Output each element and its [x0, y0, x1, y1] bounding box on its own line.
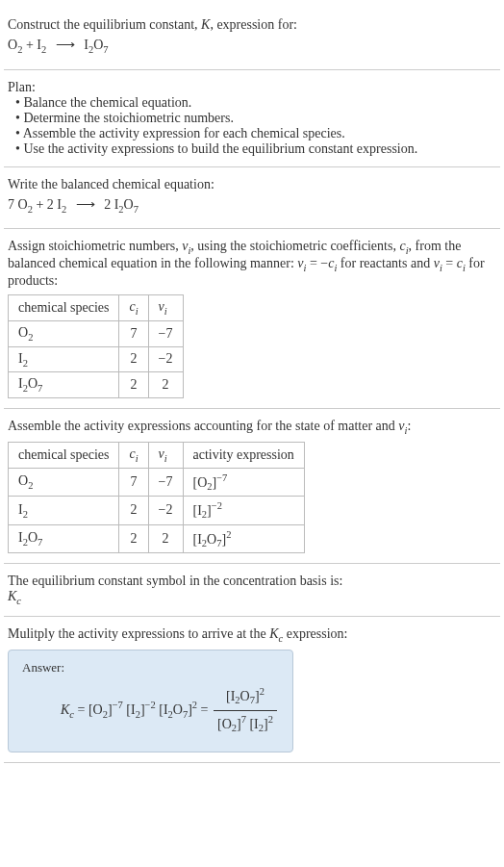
equals: = — [197, 702, 212, 717]
cell-species: I2O7 — [9, 372, 119, 398]
cell-c: 2 — [119, 497, 148, 524]
cell-species: I2 — [9, 346, 119, 372]
exponent: −7 — [216, 472, 227, 483]
cell-nu: 2 — [148, 524, 183, 552]
arrow-icon: ⟶ — [56, 33, 75, 57]
coeff-species: 7 O — [8, 197, 28, 212]
table-row: O2 7 −7 [O2]−7 — [9, 468, 305, 496]
K-letter: K — [8, 589, 16, 603]
cell-nu: −2 — [148, 497, 183, 524]
text: Mulitply the activity expressions to arr… — [8, 626, 269, 641]
i-sub: i — [164, 306, 167, 317]
subscript: 2 — [23, 508, 28, 519]
subscript: 7 — [38, 537, 42, 548]
species: O — [8, 38, 17, 52]
i-sub: i — [136, 306, 139, 317]
col-species: chemical species — [9, 442, 119, 468]
numerator: [I2O7]2 — [214, 683, 277, 711]
text: for reactants and — [337, 256, 433, 270]
cell-c: 2 — [119, 346, 148, 372]
kc-expression: Kc = [O2]−7 [I2]−2 [I2O7]2 = [I2O7]2[O2]… — [61, 683, 279, 739]
species: O — [93, 38, 103, 52]
prompt-section: Construct the equilibrium constant, K, e… — [4, 8, 500, 70]
exponent: 2 — [260, 686, 265, 697]
subscript: 7 — [38, 383, 42, 394]
exponent: −7 — [113, 700, 123, 710]
col-nu: νi — [148, 294, 183, 320]
sp: O — [18, 473, 28, 488]
exponent: 2 — [226, 529, 231, 540]
cell-activity: [I2O7]2 — [183, 524, 304, 552]
text: Assemble the activity expressions accoun… — [8, 419, 398, 433]
col-c: ci — [119, 442, 148, 468]
coeff-species: + 2 I — [33, 197, 62, 212]
table-row: I2O7 2 2 [I2O7]2 — [9, 524, 305, 552]
term: O — [240, 688, 250, 702]
unbalanced-equation: O2 + I2 ⟶ I2O7 — [8, 33, 496, 60]
fraction: [I2O7]2[O2]7 [I2]2 — [214, 683, 277, 739]
plan-bullet: • Use the activity expressions to build … — [15, 141, 496, 157]
br: O — [207, 531, 216, 546]
plan-bullet: • Determine the stoichiometric numbers. — [15, 111, 496, 126]
cell-nu: −7 — [148, 320, 183, 346]
i-sub: i — [164, 453, 167, 464]
br: [I — [193, 531, 202, 546]
kc-symbol: Kc — [8, 589, 496, 606]
col-nu: νi — [148, 442, 183, 468]
term: [O — [217, 717, 232, 731]
cell-species: I2 — [9, 497, 119, 524]
col-species: chemical species — [9, 294, 119, 320]
table-header-row: chemical species ci νi — [9, 294, 184, 320]
cell-activity: [O2]−7 — [183, 468, 304, 496]
prompt-text: Construct the equilibrium constant, — [8, 17, 201, 32]
cell-c: 7 — [119, 320, 148, 346]
i-sub: i — [136, 453, 139, 464]
cell-c: 2 — [119, 372, 148, 398]
text: = — [442, 256, 457, 270]
arrow-icon: ⟶ — [76, 192, 95, 217]
activity-table: chemical species ci νi activity expressi… — [8, 442, 305, 553]
kc-symbol-section: The equilibrium constant symbol in the c… — [4, 564, 500, 617]
cell-c: 7 — [119, 468, 148, 496]
K-symbol: K — [201, 17, 210, 32]
cell-nu: 2 — [148, 372, 183, 398]
term: O — [173, 702, 183, 717]
answer-label: Answer: — [22, 660, 279, 676]
sp: O — [28, 530, 38, 545]
plan-bullet: • Balance the chemical equation. — [15, 95, 496, 111]
c-sub: c — [16, 596, 21, 606]
table-row: I2O7 2 2 — [9, 372, 184, 398]
term: [I — [226, 688, 235, 702]
text: : — [407, 419, 411, 433]
prompt-line: Construct the equilibrium constant, K, e… — [8, 17, 496, 33]
plan-title: Plan: — [8, 80, 496, 95]
br: [O — [193, 474, 208, 489]
plan-bullet: • Assemble the activity expression for e… — [15, 126, 496, 141]
subscript: 2 — [28, 480, 33, 491]
term: [I — [246, 717, 259, 731]
activity-intro: Assemble the activity expressions accoun… — [8, 419, 496, 436]
term: [I — [123, 702, 136, 717]
table-row: I2 2 −2 — [9, 346, 184, 372]
cell-species: O2 — [9, 320, 119, 346]
multiply-section: Mulitply the activity expressions to arr… — [4, 617, 500, 763]
coeff-species: 2 I — [104, 197, 118, 212]
cell-c: 2 — [119, 524, 148, 552]
subscript: 7 — [103, 44, 108, 55]
term: [O — [88, 702, 103, 717]
cell-nu: −7 — [148, 468, 183, 496]
answer-box: Answer: Kc = [O2]−7 [I2]−2 [I2O7]2 = [I2… — [8, 650, 293, 753]
table-row: O2 7 −7 — [9, 320, 184, 346]
balanced-equation: 7 O2 + 2 I2 ⟶ 2 I2O7 — [8, 192, 496, 219]
cell-nu: −2 — [148, 346, 183, 372]
plus: + — [22, 38, 37, 52]
col-activity: activity expression — [183, 442, 304, 468]
exponent: −2 — [212, 500, 222, 511]
table-header-row: chemical species ci νi activity expressi… — [9, 442, 305, 468]
multiply-text: Mulitply the activity expressions to arr… — [8, 626, 496, 644]
subscript: 2 — [62, 203, 66, 214]
subscript: 2 — [23, 357, 28, 368]
exponent: 2 — [268, 714, 273, 725]
species: O — [124, 197, 134, 212]
balanced-title: Write the balanced chemical equation: — [8, 177, 496, 192]
